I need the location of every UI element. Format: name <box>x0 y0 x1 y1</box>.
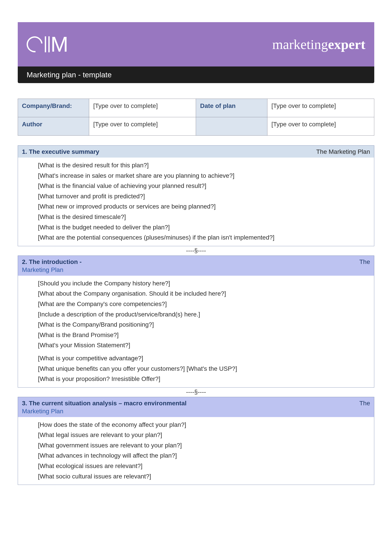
section-situation-analysis: 3. The current situation analysis – macr… <box>18 397 374 485</box>
section-doc-label-right: The <box>359 400 370 407</box>
logo-bar-icon <box>48 36 50 52</box>
question-item[interactable]: [What unique benefits can you offer your… <box>38 364 370 374</box>
brand-left: marketing <box>272 37 328 52</box>
logo-c-icon <box>23 33 46 55</box>
section-header: 3. The current situation analysis – macr… <box>18 397 374 417</box>
question-item[interactable]: [What is the desired result for this pla… <box>38 160 370 171</box>
meta-label-blank <box>196 117 267 136</box>
question-item[interactable]: [What is the desired timescale?] <box>38 212 370 222</box>
section-doc-label-sub: Marketing Plan <box>22 265 370 273</box>
meta-label-company: Company/Brand: <box>18 99 89 117</box>
meta-label-date: Date of plan <box>196 99 267 117</box>
meta-label-author: Author <box>18 117 89 136</box>
metadata-table: Company/Brand: [Type over to complete] D… <box>18 99 374 136</box>
section-title: 1. The executive summary <box>22 148 99 155</box>
section-introduction: 2. The introduction - The Marketing Plan… <box>18 256 374 388</box>
section-body: [What is the desired result for this pla… <box>18 158 374 246</box>
section-header: 1. The executive summary The Marketing P… <box>18 145 374 158</box>
logo-m-icon: M <box>50 32 67 56</box>
meta-value-date[interactable]: [Type over to complete] <box>267 99 374 117</box>
table-row: Author [Type over to complete] [Type ove… <box>18 117 374 136</box>
logo-divider-icon <box>45 36 46 52</box>
brand-right: expert <box>328 37 365 52</box>
header-banner: M marketingexpert <box>18 22 374 67</box>
question-item[interactable]: [What about the Company organisation. Sh… <box>38 289 370 299</box>
brand-title: marketingexpert <box>272 37 365 52</box>
section-title: 3. The current situation analysis – macr… <box>22 400 187 407</box>
section-doc-label: The Marketing Plan <box>316 148 370 155</box>
table-row: Company/Brand: [Type over to complete] D… <box>18 99 374 117</box>
question-item[interactable]: [What's increase in sales or market shar… <box>38 171 370 181</box>
section-separator: ----§---- <box>18 388 374 396</box>
question-item[interactable]: [What is the financial value of achievin… <box>38 181 370 191</box>
meta-value-author[interactable]: [Type over to complete] <box>89 117 196 136</box>
logo-cim: M <box>27 32 67 56</box>
question-item[interactable]: [What is your competitive advantage?] <box>38 353 370 364</box>
question-item[interactable]: [What is the Company/Brand positioning?] <box>38 319 370 330</box>
meta-value-company[interactable]: [Type over to complete] <box>89 99 196 117</box>
page-title: Marketing plan - template <box>18 67 374 83</box>
section-body: [Should you include the Company history … <box>18 276 374 387</box>
question-item[interactable]: [What is the budget needed to deliver th… <box>38 222 370 233</box>
question-item[interactable]: [What new or improved products or servic… <box>38 201 370 212</box>
section-header: 2. The introduction - The Marketing Plan <box>18 256 374 276</box>
meta-value-extra[interactable]: [Type over to complete] <box>267 117 374 136</box>
section-doc-label-sub: Marketing Plan <box>22 407 370 415</box>
question-item[interactable]: [What are the potential consequences (pl… <box>38 232 370 243</box>
question-item[interactable]: [What government issues are relevant to … <box>38 440 370 451</box>
section-separator: ----§---- <box>18 246 374 255</box>
question-item[interactable]: [What turnover and profit is predicted?] <box>38 191 370 202</box>
question-item[interactable]: [What socio cultural issues are relevant… <box>38 471 370 482</box>
section-body: [How does the state of the economy affec… <box>18 417 374 485</box>
question-item[interactable]: [How does the state of the economy affec… <box>38 420 370 430</box>
question-item[interactable]: [What advances in technology will affect… <box>38 450 370 461</box>
question-item[interactable]: [Include a description of the product/se… <box>38 309 370 320</box>
question-item[interactable]: [What is the Brand Promise?] <box>38 330 370 340</box>
question-item[interactable]: [What is your proposition? Irresistible … <box>38 374 370 384</box>
section-title: 2. The introduction - <box>22 258 82 265</box>
question-item[interactable]: [What ecological issues are relevant?] <box>38 461 370 471</box>
question-item[interactable]: [What are the Company's core competencie… <box>38 299 370 309</box>
question-item[interactable]: [What's your Mission Statement?] <box>38 340 370 351</box>
section-executive-summary: 1. The executive summary The Marketing P… <box>18 145 374 246</box>
question-item[interactable]: [What legal issues are relevant to your … <box>38 430 370 440</box>
question-item[interactable]: [Should you include the Company history … <box>38 278 370 289</box>
section-doc-label-right: The <box>359 258 370 265</box>
